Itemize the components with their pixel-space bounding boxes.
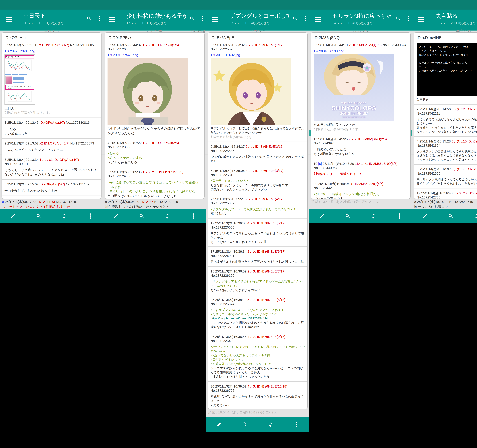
menu-icon[interactable]: [109, 17, 115, 22]
post-body-line: 2日だろ！: [5, 127, 99, 131]
chart-screenshot-thumbnail[interactable]: 中堅アイドルマスターアイドルマスターシャイニーカラーズ SongForPrism: [5, 54, 35, 105]
post-body-line: 俺は24だよ: [211, 211, 305, 216]
search-icon[interactable]: [87, 16, 92, 21]
search-icon[interactable]: [129, 213, 155, 219]
overflow-menu-icon[interactable]: [180, 213, 206, 219]
screenshot-text-line: 牧場としても安心して開放を続けられます！: [419, 53, 476, 57]
post-body-line[interactable]: https://img.2chan.net/b/res/1372203544.h…: [211, 316, 305, 321]
search-icon[interactable]: [396, 16, 401, 21]
post-header-line: 6 25/11/13(木)09:16:06 ID:kOPgAfu.(6/7) N…: [5, 198, 99, 199]
post-body-line: 乃木坂がナルトの曲歌ったら大不評だったけどそれと同じだよこれ: [211, 259, 305, 264]
menu-icon[interactable]: [315, 17, 321, 22]
refresh-icon[interactable]: [361, 213, 386, 219]
overflow-menu-icon[interactable]: [406, 15, 410, 21]
post: 0 25/11/13(木)09:11:12 x3 ID:kOPgAfu.(1/7…: [5, 43, 99, 115]
post-divider: [2, 195, 101, 196]
anime-girl-image[interactable]: [107, 58, 188, 125]
deleted-post-footer-line: 同一スレ豚の粘着スレ: [414, 205, 477, 209]
compose-icon[interactable]: [412, 213, 438, 219]
thread-card: ID:hJYmwtNEどなたであっても、馬の安全を第一に考えてくださる方ばかりな…: [414, 32, 477, 199]
text-seg: No.1372131318: [65, 199, 90, 199]
sales-line-chart: [6, 59, 32, 73]
post-body-line: 削除された記事が4件あります.: [5, 111, 99, 115]
text-seg: No.1372439733: [314, 141, 337, 145]
search-icon[interactable]: [335, 213, 361, 219]
file-name-link[interactable]: 1762991077541.png: [107, 53, 138, 57]
overflow-menu-icon[interactable]: [77, 213, 103, 219]
text-seg: 1レス: [37, 200, 47, 204]
post-body-line: 全力集金してこれなの終わってるわ: [5, 189, 99, 193]
post-header-line: 0 25/11/13(木)08:44:37 1レス ID:D0kPP5vk(1/…: [107, 43, 202, 51]
search-icon[interactable]: [190, 16, 195, 21]
statement-screenshot-image[interactable]: どなたであっても、馬の安全を第一に考えてくださる方ばかりなら、牧場としても安心し…: [417, 43, 477, 96]
overflow-menu-icon[interactable]: [303, 15, 307, 21]
post-file-link: 1763084650133.png: [314, 49, 408, 53]
post-body-line: こんなんでイキってたシャニPってさ…: [5, 147, 99, 152]
shinycolors-art-image[interactable]: THE iDOLM@STERSHINYCOLORSSONG for PRISMT…: [314, 54, 394, 121]
text-seg: x3: [52, 200, 56, 204]
text-seg: 26 25/11/13(木)16:38:46: [211, 335, 247, 338]
search-icon[interactable]: [26, 213, 52, 219]
post-divider: [414, 104, 477, 105]
text-seg: 1レス x7: [140, 200, 153, 204]
post-header-line: 5 25/11/14(金)18:16:07 5レス x4 ID:hJYmwtNE…: [417, 167, 477, 175]
post-quote-line: >>ザブングルのスレでそれ言ったらレス消されまくったのはまじで納得いかん: [211, 345, 305, 353]
refresh-icon[interactable]: [464, 213, 477, 219]
text-seg: No.1372542211: [417, 112, 440, 115]
post: 29 25/11/14(金)10:59:04 x1 ID:2M86qSNQ(4/…: [314, 182, 408, 199]
post: 10 [s] 25/11/14(金)10:47:20 1レス x1 ID:2M8…: [314, 161, 408, 176]
post-file-link: 1763019212632.jpg: [211, 53, 305, 57]
text-seg: 4レス ID:tBz6NEpE(10/18): [247, 384, 287, 388]
overflow-menu-icon[interactable]: [200, 15, 204, 21]
menu-icon[interactable]: [418, 17, 424, 22]
status-bar: [103, 0, 206, 10]
screenshot-text-line: す。: [419, 73, 476, 77]
overflow-menu-icon[interactable]: [386, 213, 412, 219]
deleted-post-footer-line: 風俗説教おじさんは働いてたとかいうけど: [105, 205, 204, 209]
app-screen: 少し性格に難がある子がウケ… 17レス13:12頃消えます 少し性格 賛否両論 …: [103, 0, 206, 223]
text-seg: 1レス x1 ID:2M86qSNQ(3/6): [355, 162, 398, 165]
text-seg: 4レス ID:tBz6NEpE(9/18): [247, 335, 286, 338]
post-body: >別にガチャ時以外セルラン3桁とか普通だろガシャ更新直後です…: [314, 192, 408, 199]
post-header-line: 25 25/11/13(木)16:38:10 5レス ID:tBz6NEpE(8…: [211, 298, 305, 306]
thread-content: 少し性格 賛否両論 ID:D0kPP5vk0 25/11/13(木)08:44:…: [103, 30, 206, 223]
text-seg: スレッドを立てた人によって削除されました: [2, 205, 70, 208]
file-name-link[interactable]: 1762992672601.png: [5, 49, 35, 53]
text-seg: No.1372442136: [314, 186, 337, 190]
anime-boy-image[interactable]: [211, 58, 291, 125]
compose-icon[interactable]: [309, 213, 335, 219]
expire-time: 13:12頃消えます: [142, 21, 168, 25]
post: 12 25/11/13(木)16:36:00 4レス ID:tBz6NEpE(5…: [211, 221, 305, 244]
refresh-icon[interactable]: [52, 213, 77, 219]
thread-id: ID:2M86qSNQ: [314, 35, 408, 40]
overflow-menu-icon[interactable]: [283, 421, 309, 428]
post-body-line: 疾風ザブングル流すのかな？って思ったら甘ったるい女の曲流れてきてさ: [211, 394, 305, 403]
refresh-icon[interactable]: [258, 422, 283, 427]
file-name-link[interactable]: 1763019212632.jpg: [211, 53, 240, 57]
post-body-line: 三日天下: [5, 106, 99, 111]
thread-title: ザブングルとコラボしてたけ…: [229, 12, 289, 19]
menu-icon[interactable]: [212, 17, 218, 22]
compose-icon[interactable]: [0, 213, 26, 219]
compose-icon[interactable]: [103, 213, 129, 219]
post-divider: [105, 138, 204, 138]
file-name-link[interactable]: 1763084650133.png: [314, 49, 344, 53]
refresh-icon[interactable]: [155, 213, 180, 219]
search-icon[interactable]: [232, 422, 258, 427]
search-icon[interactable]: [293, 16, 298, 21]
post-header-line: 1 25/11/13(木)09:12:45 ID:kOPgAfu.(2/7) N…: [5, 120, 99, 125]
post: 5 25/11/13(木)09:05:35 1レス x1 ID:D0kPP5vk…: [107, 170, 202, 198]
compose-icon[interactable]: [206, 422, 232, 427]
reply-count: 30レス: [23, 21, 34, 25]
menu-icon[interactable]: [6, 17, 12, 22]
text-seg: 3レス ID:tBz6NEpE(3/17): [245, 169, 284, 172]
overflow-menu-icon[interactable]: [97, 15, 101, 21]
text-seg: 5レス x10 ID:hJYmwtNE(3/6): [452, 139, 477, 143]
screenshot-text-line: 学”を、: [419, 65, 476, 69]
text-seg: 1レス x1 ID:kOPgAfu.(4/7): [40, 158, 79, 161]
post-divider: [311, 159, 410, 159]
text-seg: No.1372226374: [211, 302, 234, 306]
post-divider: [208, 218, 307, 218]
text-seg: 5レス ID:tBz6NEpE(8/18): [247, 298, 286, 302]
search-icon[interactable]: [438, 213, 464, 219]
